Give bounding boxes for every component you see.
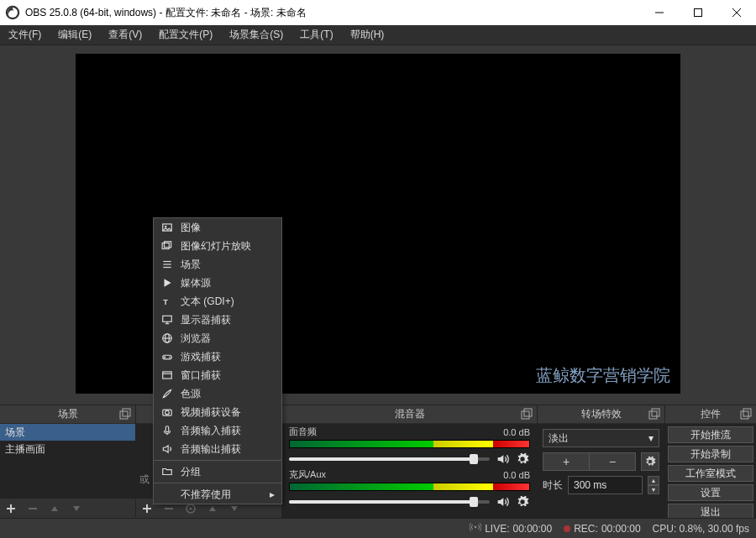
source-type-list[interactable]: 场景 — [154, 255, 281, 274]
source-type-play[interactable]: 媒体源 — [154, 274, 281, 292]
volume-slider[interactable] — [289, 457, 490, 461]
chevron-right-icon: ▸ — [270, 488, 275, 500]
transition-select[interactable]: 淡出 ▾ — [543, 429, 659, 447]
control-button-1[interactable]: 开始录制 — [668, 446, 753, 462]
channel-name: 克风/Aux — [289, 468, 326, 481]
source-type-slideshow[interactable]: 图像幻灯片放映 — [154, 237, 281, 255]
channel-db: 0.0 dB — [503, 470, 530, 480]
scene-item[interactable]: 主播画面 — [0, 441, 135, 457]
scenes-list[interactable]: 场景主播画面 — [0, 424, 135, 498]
volume-slider[interactable] — [289, 500, 490, 504]
svg-rect-28 — [165, 426, 169, 432]
window-titlebar: OBS 25.0.8 (64-bit, windows) - 配置文件: 未命名… — [0, 0, 756, 25]
maximize-button[interactable] — [679, 0, 717, 25]
svg-rect-14 — [163, 316, 172, 321]
transition-selected: 淡出 — [549, 431, 569, 446]
controls-dock: 控件 开始推流开始录制工作室模式设置退出 — [665, 405, 756, 518]
window-title: OBS 25.0.8 (64-bit, windows) - 配置文件: 未命名… — [25, 6, 640, 20]
add-scene-button[interactable] — [0, 499, 22, 519]
channel-name: 面音频 — [289, 426, 317, 438]
add-transition-button[interactable]: + — [543, 452, 589, 471]
menubar: 文件(F)编辑(E)查看(V)配置文件(P)场景集合(S)工具(T)帮助(H) — [0, 25, 756, 45]
gamepad-icon — [160, 350, 174, 363]
text-icon: T — [160, 295, 174, 308]
source-type-gamepad[interactable]: 游戏捕获 — [154, 347, 281, 366]
watermark-text: 蓝鲸数字营销学院 — [536, 364, 670, 387]
dock-popout-icon[interactable] — [520, 408, 533, 421]
mixer-channel: 面音频0.0 dB — [282, 424, 537, 467]
separator — [154, 483, 281, 483]
source-type-brush[interactable]: 色源 — [154, 384, 281, 403]
svg-rect-9 — [165, 242, 171, 248]
rec-label: REC: — [574, 523, 598, 535]
source-type-mic[interactable]: 音频输入捕获 — [154, 421, 281, 440]
deprecated-submenu[interactable]: 不推荐使用▸ — [154, 485, 281, 504]
separator — [154, 460, 281, 461]
mixer-dock: 混音器 面音频0.0 dB克风/Aux0.0 dB — [282, 405, 538, 518]
svg-rect-46 — [743, 409, 751, 416]
dock-popout-icon[interactable] — [118, 408, 132, 421]
menu-item-0[interactable]: 文件(F) — [0, 25, 50, 44]
menu-item-1[interactable]: 编辑(E) — [50, 25, 100, 44]
preview-area: 蓝鲸数字营销学院 — [0, 45, 756, 405]
source-type-globe[interactable]: 浏览器 — [154, 329, 281, 347]
svg-rect-8 — [162, 243, 169, 249]
close-button[interactable] — [717, 0, 756, 25]
dock-popout-icon[interactable] — [739, 408, 753, 421]
source-type-monitor[interactable]: 显示器捕获 — [154, 311, 281, 329]
gear-icon[interactable] — [515, 494, 530, 509]
minimize-button[interactable] — [640, 0, 679, 25]
group-menu-item[interactable]: 分组 — [154, 462, 281, 481]
broadcast-icon — [470, 521, 481, 535]
source-type-camera[interactable]: 视频捕获设备 — [154, 403, 281, 421]
menu-item-5[interactable]: 工具(T) — [291, 25, 341, 44]
speaker-icon[interactable] — [495, 494, 510, 509]
dock-popout-icon[interactable] — [648, 408, 661, 421]
source-type-text[interactable]: T文本 (GDI+) — [154, 292, 281, 311]
add-source-context-menu: 图像图像幻灯片放映场景媒体源T文本 (GDI+)显示器捕获浏览器游戏捕获窗口捕获… — [153, 217, 282, 504]
slideshow-icon — [160, 239, 174, 253]
control-button-2[interactable]: 工作室模式 — [668, 465, 753, 482]
speaker-icon[interactable] — [495, 452, 510, 467]
svg-text:T: T — [163, 298, 168, 306]
mixer-title: 混音器 — [395, 407, 425, 421]
remove-transition-button[interactable]: − — [589, 452, 636, 471]
transition-properties-button[interactable] — [641, 452, 659, 471]
transitions-dock: 转场特效 淡出 ▾ + − 时长 — [538, 405, 665, 518]
svg-point-7 — [165, 226, 166, 227]
camera-icon — [160, 405, 174, 419]
scenes-title: 场景 — [58, 407, 78, 421]
image-icon — [160, 221, 174, 234]
menu-item-2[interactable]: 查看(V) — [100, 25, 150, 44]
scene-up-button[interactable] — [44, 499, 66, 519]
svg-rect-24 — [163, 372, 172, 379]
chevron-down-icon: ▾ — [648, 432, 654, 444]
duration-input[interactable]: 300 ms — [568, 476, 643, 494]
scenes-dock: 场景 场景主播画面 — [0, 405, 136, 518]
svg-point-27 — [165, 410, 170, 415]
source-type-window[interactable]: 窗口捕获 — [154, 366, 281, 384]
scene-item[interactable]: 场景 — [0, 424, 135, 441]
menu-item-6[interactable]: 帮助(H) — [342, 25, 393, 44]
svg-rect-29 — [120, 411, 128, 419]
scene-down-button[interactable] — [66, 499, 87, 519]
menu-item-3[interactable]: 配置文件(P) — [150, 25, 221, 44]
source-type-image[interactable]: 图像 — [154, 218, 281, 237]
remove-scene-button[interactable] — [22, 499, 44, 519]
duration-down-button[interactable]: ▼ — [648, 485, 659, 494]
svg-rect-44 — [652, 409, 659, 416]
svg-rect-30 — [123, 409, 130, 416]
monitor-icon — [160, 313, 174, 326]
source-type-speaker[interactable]: 音频输出捕获 — [154, 440, 281, 458]
folder-icon — [160, 465, 174, 478]
window-icon — [160, 368, 174, 382]
gear-icon[interactable] — [515, 452, 530, 467]
play-icon — [160, 276, 174, 290]
obs-logo-icon — [5, 5, 20, 20]
control-button-3[interactable]: 设置 — [668, 484, 753, 501]
sources-or-label: 或 — [139, 473, 150, 487]
control-button-0[interactable]: 开始推流 — [668, 426, 753, 443]
duration-up-button[interactable]: ▲ — [648, 476, 659, 485]
control-button-4[interactable]: 退出 — [668, 504, 753, 518]
menu-item-4[interactable]: 场景集合(S) — [221, 25, 291, 44]
